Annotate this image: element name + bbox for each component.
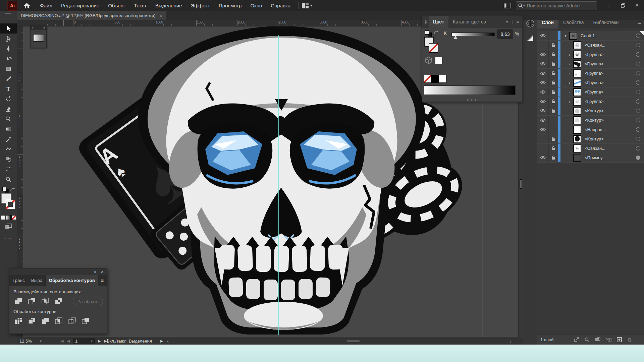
divide-button[interactable] [13,317,23,325]
k-value-field[interactable]: 8,63 [497,29,513,39]
target-circle[interactable] [636,156,640,160]
new-sublayer-icon[interactable] [606,337,611,342]
artboard-tool[interactable] [0,164,17,174]
close-button[interactable]: × [630,0,644,11]
layer-row[interactable]: › <Группа> [537,78,644,87]
status-play-icon[interactable]: ▶ [160,337,163,345]
target-circle[interactable] [636,118,640,122]
panel-grip[interactable] [35,31,42,33]
white-swatch[interactable] [438,75,446,83]
visibility-eye-icon[interactable] [537,87,549,97]
expand-panel-icon[interactable]: » [32,26,34,29]
lock-icon[interactable] [549,31,558,40]
stroke-swatch[interactable] [429,43,438,53]
visibility-eye-icon[interactable] [537,106,549,115]
lock-icon[interactable] [549,144,558,153]
search-input[interactable] [526,3,585,9]
panel-menu-icon[interactable]: ≡ [638,20,644,25]
layer-thumbnail[interactable]: ☠ [569,32,577,40]
delete-layer-icon[interactable] [627,337,632,342]
visibility-eye-icon[interactable] [537,153,549,162]
tab-color[interactable]: Цвет [429,16,448,28]
intersect-button[interactable] [40,297,50,305]
layer-row[interactable]: › <Группа> [537,87,644,97]
layer-name[interactable]: <Группа> [585,80,603,85]
close-icon[interactable]: × [101,269,104,275]
expand-button[interactable]: Разобрать [73,297,103,306]
layer-name[interactable]: <Группа> [585,71,603,76]
menu-object[interactable]: Объект [104,0,129,11]
help-search[interactable]: ▾ [516,1,597,10]
lock-icon[interactable] [549,69,558,78]
fill-stroke-control[interactable] [0,187,17,213]
menu-select[interactable]: Выделение [151,0,186,11]
stroke-swatch[interactable] [6,200,15,209]
target-circle[interactable] [636,43,640,47]
layer-row[interactable]: › <Контур> [537,116,644,125]
page-curl-panel-icon[interactable] [526,34,534,42]
rectangle-tool[interactable] [0,64,17,74]
expand-chevron-icon[interactable]: › [566,90,573,94]
cube-icon[interactable] [425,57,432,64]
layer-row[interactable]: › ☠ <Связан... [537,144,644,153]
tab-color-guide[interactable]: Каталог цветов [448,16,490,28]
layer-thumbnail[interactable] [573,69,581,77]
page-number-field[interactable]: 1 ▾ [73,338,95,344]
expand-chevron-icon[interactable]: › [566,53,573,57]
gradient-swatch[interactable] [33,34,44,42]
sphere-panel-icon[interactable] [526,19,535,28]
zoom-tool[interactable] [0,174,17,184]
minus-back-button[interactable] [80,317,91,325]
expand-chevron-icon[interactable]: › [566,81,573,85]
none-mode-button[interactable] [11,215,16,220]
tab-transform[interactable]: Транс [9,275,28,286]
layer-thumbnail[interactable] [573,107,581,115]
close-icon[interactable]: × [43,26,45,29]
layer-thumbnail[interactable]: ☠ [573,98,581,106]
lock-icon[interactable] [549,134,558,143]
crop-button[interactable] [54,317,64,325]
none-swatch[interactable] [424,75,432,83]
lock-icon[interactable] [549,59,558,68]
ruler-corner[interactable] [17,20,23,26]
layer-thumbnail[interactable] [573,135,581,143]
toolbar-grip[interactable] [5,13,11,14]
curvature-tool[interactable] [0,54,17,64]
outline-button[interactable] [67,317,77,325]
visibility-eye-icon[interactable] [537,116,549,125]
panel-collapse-icon[interactable]: « [94,269,96,274]
lock-icon[interactable] [549,153,558,162]
gradient-mode-button[interactable] [6,215,11,220]
layer-name[interactable]: <Связан... [585,146,605,151]
layer-thumbnail[interactable] [573,88,581,96]
target-circle[interactable] [636,99,640,104]
target-circle[interactable] [636,137,640,141]
layer-name[interactable]: Слой 1 [581,33,595,38]
visibility-eye-icon[interactable] [537,69,549,78]
trim-button[interactable] [27,317,37,325]
unite-button[interactable] [13,297,23,305]
layer-name[interactable]: <Группа> [585,61,603,66]
zoom-chevron-icon[interactable]: ▾ [40,339,42,343]
tab-pathfinder[interactable]: Обработка контуров [46,275,98,286]
lock-icon[interactable] [549,41,558,50]
draw-mode-icon[interactable] [4,223,13,230]
target-circle[interactable] [636,62,640,66]
menu-window[interactable]: Окно [246,0,266,11]
width-tool[interactable] [0,144,17,154]
layer-name[interactable]: <Прямоу... [585,155,606,160]
shaper-tool[interactable] [0,114,17,124]
visibility-eye-icon[interactable] [537,59,549,68]
scrollbar-thumb[interactable] [520,179,522,189]
color-mode-button[interactable] [1,215,5,220]
new-layer-icon[interactable] [617,337,622,342]
layer-thumbnail[interactable] [573,60,581,68]
workspace-switcher[interactable]: ▾ [302,3,312,8]
menu-help[interactable]: Справка [266,0,295,11]
home-icon[interactable] [23,3,30,9]
target-circle[interactable] [636,146,640,150]
minimize-button[interactable]: – [602,0,616,11]
black-swatch[interactable] [431,75,439,83]
target-circle[interactable] [636,109,640,113]
layer-row[interactable]: › ☠ <Группа> [537,50,644,59]
